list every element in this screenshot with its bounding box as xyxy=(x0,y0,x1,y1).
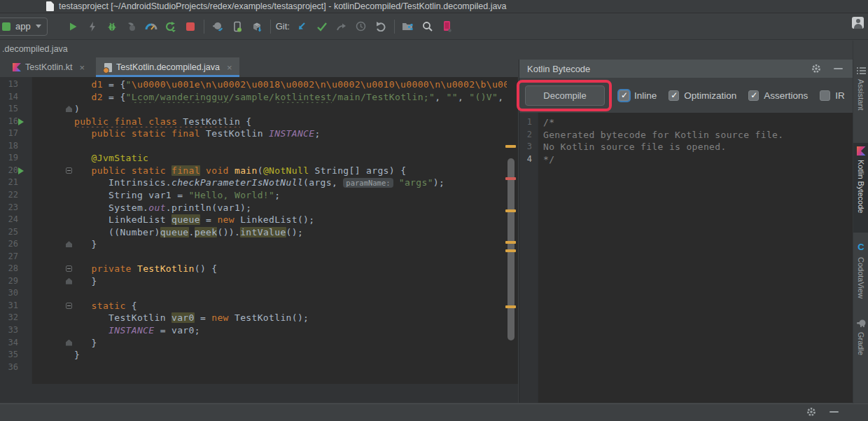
stripe-item-label: Gradle xyxy=(857,332,865,355)
profiler-attach-button[interactable] xyxy=(122,17,141,36)
user-avatar[interactable] xyxy=(852,17,864,29)
checkbox-optimization[interactable]: Optimization xyxy=(668,90,736,101)
checkbox-box[interactable] xyxy=(619,90,629,101)
run-icon xyxy=(67,21,78,32)
tab-testkotlin-decompiled-java[interactable]: TestKotlin.decompiled.java × xyxy=(96,57,239,77)
git-update-button[interactable] xyxy=(293,17,312,36)
code-editor[interactable]: ! d1 = {"\u0000\u001e\n\u0002\u0018\u000… xyxy=(0,77,518,403)
run-configuration-select[interactable]: app xyxy=(0,18,48,36)
code-line[interactable]: System.out.println(var1); xyxy=(74,202,507,214)
checkbox-label: IR xyxy=(835,90,845,101)
bytecode-line[interactable]: No Kotlin source file is opened. xyxy=(543,141,850,153)
close-icon[interactable]: × xyxy=(227,62,232,73)
breadcrumb[interactable]: .decompiled.java xyxy=(2,44,68,54)
tab-label: TestKotlin.decompiled.java xyxy=(116,62,220,72)
search-everywhere-button[interactable] xyxy=(418,17,438,36)
code-line[interactable]: d1 = {"\u0000\u001e\n\u0002\u0018\u0002\… xyxy=(74,78,507,91)
line-number: 28 xyxy=(0,263,18,275)
commit-check-icon xyxy=(316,22,328,32)
apply-changes-button[interactable] xyxy=(83,17,102,36)
code-line[interactable]: ) xyxy=(74,103,507,116)
code-line[interactable]: Intrinsics.checkParameterIsNotNull(args,… xyxy=(74,177,507,190)
gear-icon[interactable] xyxy=(811,64,821,74)
debug-button[interactable] xyxy=(102,17,122,36)
run-gutter-icon[interactable] xyxy=(18,118,24,125)
checkbox-box[interactable] xyxy=(668,90,679,101)
close-icon[interactable]: × xyxy=(79,62,85,73)
fold-marker-icon[interactable] xyxy=(66,278,72,284)
code-line[interactable]: public static final TestKotlin INSTANCE; xyxy=(74,127,507,140)
code-line[interactable]: private TestKotlin() { xyxy=(74,263,507,275)
code-line[interactable]: public final class TestKotlin { xyxy=(74,116,507,128)
hide-panel-icon[interactable] xyxy=(834,68,843,69)
fold-marker-icon[interactable] xyxy=(66,241,72,247)
fold-marker-icon[interactable] xyxy=(66,303,72,309)
run-with-coverage-button[interactable] xyxy=(161,17,181,36)
bytecode-line[interactable]: /* xyxy=(543,116,850,129)
run-button[interactable] xyxy=(63,17,83,36)
stripe-item-codotaview[interactable]: CCodotaView xyxy=(853,237,868,311)
fold-marker-icon[interactable] xyxy=(66,265,72,272)
stop-button[interactable] xyxy=(181,17,200,36)
error-stripe-mark xyxy=(505,145,516,148)
line-number: 27 xyxy=(0,251,18,263)
android-studio-window: testasproject [~/AndroidStudioProjects/r… xyxy=(0,0,868,421)
git-rollback-button[interactable] xyxy=(371,17,391,36)
code-line[interactable]: } xyxy=(74,337,507,350)
error-stripe-mark xyxy=(505,209,516,212)
git-history-button[interactable] xyxy=(351,17,371,36)
toolbar-separator xyxy=(394,20,395,34)
code-line[interactable]: d2 = {"Lcom/wanderingguy/sample/kotlinte… xyxy=(74,91,507,104)
bytecode-output[interactable]: 1/*2Generated bytecode for Kotlin source… xyxy=(519,113,853,403)
code-line[interactable]: public static final void main(@NotNull S… xyxy=(74,165,507,177)
decompile-button[interactable]: Decompile xyxy=(525,85,605,106)
code-line[interactable]: String var1 = "Hello, World!"; xyxy=(74,189,507,202)
gradle-sync-button[interactable] xyxy=(208,17,227,36)
fold-marker-icon[interactable] xyxy=(66,167,72,174)
checkbox-box[interactable] xyxy=(820,90,830,101)
editor-surface[interactable]: ! d1 = {"\u0000\u001e\n\u0002\u0018\u000… xyxy=(32,77,518,384)
fold-marker-icon[interactable] xyxy=(66,340,72,346)
run-gutter-icon[interactable] xyxy=(18,167,24,174)
line-number: 26 xyxy=(0,238,18,251)
stripe-item-gradle[interactable]: Gradle xyxy=(853,315,868,368)
sdk-manager-button[interactable] xyxy=(247,17,267,36)
line-number: 30 xyxy=(0,287,18,300)
tab-testkotlin-kt[interactable]: TestKotlin.kt × xyxy=(4,57,92,77)
app-module-icon xyxy=(2,22,10,31)
title-bar: testasproject [~/AndroidStudioProjects/r… xyxy=(0,0,868,13)
line-number: 33 xyxy=(0,324,18,337)
stripe-item-kotlin-bytecode[interactable]: Kotlin Bytecode xyxy=(853,143,868,233)
code-line[interactable]: INSTANCE = var0; xyxy=(74,324,507,337)
code-line[interactable]: TestKotlin var0 = new TestKotlin(); xyxy=(74,312,507,324)
gear-icon[interactable] xyxy=(806,407,816,417)
code-line[interactable]: ((Number)queue.peek()).intValue(); xyxy=(74,226,507,239)
bytecode-line[interactable]: */ xyxy=(543,153,850,166)
panel-header[interactable]: Kotlin Bytecode xyxy=(519,60,853,78)
code-line[interactable]: static { xyxy=(74,300,507,312)
assistant-icon xyxy=(857,67,866,75)
git-commit-button[interactable] xyxy=(312,17,332,36)
project-structure-button[interactable] xyxy=(398,17,418,36)
profiler-button[interactable] xyxy=(141,17,161,36)
device-phone-icon xyxy=(232,21,243,32)
sdk-box-icon xyxy=(251,21,262,32)
stripe-item-assistant[interactable]: Assistant xyxy=(853,63,868,130)
device-manager-button[interactable] xyxy=(227,17,247,36)
code-line[interactable]: } xyxy=(74,238,507,251)
hide-panel-icon[interactable] xyxy=(830,411,839,413)
fold-marker-icon[interactable] xyxy=(66,106,72,112)
line-number: 29 xyxy=(0,275,18,288)
checkbox-assertions[interactable]: Assertions xyxy=(748,90,808,101)
checkbox-ir[interactable]: IR xyxy=(820,90,845,101)
code-line[interactable]: LinkedList queue = new LinkedList(); xyxy=(74,214,507,226)
code-line[interactable]: @JvmStatic xyxy=(74,152,507,165)
checkbox-inline[interactable]: Inline xyxy=(619,90,657,101)
running-device-button[interactable] xyxy=(438,17,457,36)
lightning-icon xyxy=(88,21,97,32)
git-push-button[interactable] xyxy=(332,17,351,36)
code-line[interactable]: } xyxy=(74,349,507,361)
checkbox-box[interactable] xyxy=(748,90,759,101)
code-line[interactable]: } xyxy=(74,275,507,288)
bytecode-line[interactable]: Generated bytecode for Kotlin source fil… xyxy=(543,129,850,142)
